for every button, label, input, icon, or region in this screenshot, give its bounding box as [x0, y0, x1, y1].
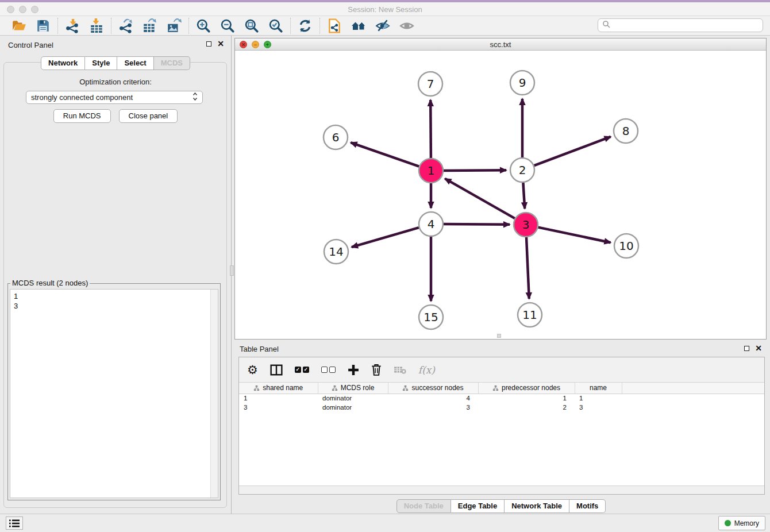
hide-selected-icon[interactable]	[375, 18, 390, 33]
delete-column-icon[interactable]	[371, 363, 382, 377]
graph-node-6[interactable]: 6	[324, 125, 348, 149]
function-builder-icon[interactable]: f(x)	[418, 363, 435, 377]
column-mcds-role[interactable]: MCDS role	[318, 383, 388, 394]
graph-node-11[interactable]: 11	[518, 303, 542, 327]
graph-node-2[interactable]: 2	[510, 158, 534, 182]
graph-node-8[interactable]: 8	[614, 119, 638, 143]
table-cell[interactable]: 3	[575, 403, 622, 412]
zoom-fit-icon[interactable]	[244, 18, 259, 33]
network-window: ✕ − + scc.txt 1234678910111415	[234, 38, 767, 340]
table-cell[interactable]: 1	[575, 394, 622, 403]
export-network-icon[interactable]	[118, 18, 133, 33]
close-table-panel-icon[interactable]: ✕	[755, 345, 762, 352]
import-network-icon[interactable]	[65, 18, 80, 33]
table-cell[interactable]: 2	[478, 403, 575, 412]
tab-motifs[interactable]: Motifs	[569, 499, 606, 513]
graph-node-9[interactable]: 9	[510, 71, 534, 95]
deselect-all-checks-icon[interactable]	[321, 363, 336, 377]
tab-node-table[interactable]: Node Table	[396, 499, 451, 513]
tab-style[interactable]: Style	[85, 56, 117, 70]
select-all-checks-icon[interactable]: ✓✓	[295, 363, 309, 377]
table-cell[interactable]: dominator	[318, 403, 388, 412]
graph-edge-2-8[interactable]	[534, 137, 611, 165]
zoom-out-icon[interactable]	[220, 18, 235, 33]
home-neighbors-icon[interactable]	[351, 18, 366, 33]
svg-text:6: 6	[332, 130, 340, 144]
float-table-panel-icon[interactable]	[744, 346, 749, 351]
column-successor-nodes[interactable]: successor nodes	[388, 383, 478, 394]
control-panel-title: Control Panel	[8, 41, 53, 49]
memory-button[interactable]: Memory	[718, 516, 765, 530]
graph-edge-4-14[interactable]	[352, 228, 419, 247]
table-cell[interactable]: 4	[388, 394, 478, 403]
column-type-icon	[332, 385, 338, 391]
delete-table-icon[interactable]	[394, 363, 406, 377]
import-table-icon[interactable]	[89, 18, 104, 33]
show-all-icon[interactable]	[399, 18, 414, 33]
open-session-icon[interactable]	[11, 18, 26, 33]
add-column-icon[interactable]	[348, 363, 359, 377]
float-panel-icon[interactable]	[206, 41, 211, 47]
search-input[interactable]	[598, 18, 763, 32]
mcds-result-area[interactable]: 1 3	[10, 289, 218, 498]
column-type-icon	[402, 385, 409, 391]
graph-node-1[interactable]: 1	[419, 159, 443, 183]
table-hscrollbar[interactable]	[239, 485, 764, 494]
graph-edge-3-1[interactable]	[445, 179, 515, 218]
tab-network[interactable]: Network	[41, 56, 85, 70]
save-session-icon[interactable]	[36, 18, 51, 33]
column-name[interactable]: name	[575, 383, 622, 394]
close-panel-button[interactable]: Close panel	[119, 109, 178, 123]
table-row[interactable]: 1dominator411	[239, 394, 764, 403]
export-table-icon[interactable]	[143, 18, 157, 33]
svg-text:10: 10	[619, 239, 633, 253]
zoom-selected-icon[interactable]	[268, 18, 283, 33]
panel-layout-icon[interactable]	[270, 363, 283, 377]
graph-node-7[interactable]: 7	[418, 72, 442, 96]
graph-edge-1-7[interactable]	[430, 100, 431, 158]
column-shared-name[interactable]: shared name	[239, 383, 318, 394]
graph-edge-3-11[interactable]	[526, 237, 529, 299]
network-canvas[interactable]: 1234678910111415	[235, 51, 766, 339]
graph-edge-4-3[interactable]	[444, 224, 510, 225]
table-cell[interactable]: 1	[478, 394, 575, 403]
table-header-row[interactable]: shared name MCDS role successor nodes pr…	[239, 383, 764, 394]
tab-edge-table[interactable]: Edge Table	[451, 499, 505, 513]
graph-edge-3-10[interactable]	[538, 228, 611, 243]
tab-network-table[interactable]: Network Table	[505, 499, 569, 513]
optimization-criterion-label: Optimization criterion:	[0, 78, 231, 86]
network-window-titlebar[interactable]: ✕ − + scc.txt	[235, 38, 766, 51]
table-panel-title: Table Panel	[240, 345, 279, 353]
close-panel-icon[interactable]: ✕	[217, 40, 224, 47]
graph-node-4[interactable]: 4	[419, 212, 443, 236]
table-panel: Table Panel ✕ ⚙ ✓✓ f(x)	[232, 340, 770, 514]
task-history-button[interactable]	[6, 516, 23, 530]
export-image-icon[interactable]	[167, 18, 182, 33]
refresh-layout-icon[interactable]	[298, 18, 313, 33]
table-cell[interactable]: 3	[388, 403, 478, 412]
result-scrollbar[interactable]	[210, 290, 218, 498]
graph-edge-1-2[interactable]	[444, 170, 506, 171]
tab-select[interactable]: Select	[117, 56, 153, 70]
zoom-in-icon[interactable]	[196, 18, 211, 33]
graph-node-3[interactable]: 3	[514, 213, 538, 237]
criterion-select[interactable]: strongly connected component	[26, 91, 203, 104]
graph-edge-2-3[interactable]	[523, 183, 525, 209]
table-row[interactable]: 3dominator323	[239, 403, 764, 412]
graph-edge-1-6[interactable]	[351, 142, 419, 167]
column-type-icon	[492, 385, 499, 391]
tab-mcds[interactable]: MCDS	[154, 56, 190, 70]
panel-splitter-handle[interactable]	[230, 265, 234, 276]
column-predecessor-nodes[interactable]: predecessor nodes	[478, 383, 575, 394]
graph-node-10[interactable]: 10	[614, 234, 638, 258]
network-resize-handle[interactable]	[497, 334, 501, 338]
graph-node-15[interactable]: 15	[419, 305, 443, 329]
new-network-file-icon[interactable]	[327, 18, 342, 33]
table-cell[interactable]: dominator	[318, 394, 388, 403]
graph-node-14[interactable]: 14	[324, 240, 348, 264]
table-settings-icon[interactable]: ⚙	[247, 363, 258, 377]
run-mcds-button[interactable]: Run MCDS	[53, 109, 111, 123]
table-cell[interactable]: 3	[239, 403, 318, 412]
table-cell-filler	[622, 394, 764, 403]
table-cell[interactable]: 1	[239, 394, 318, 403]
